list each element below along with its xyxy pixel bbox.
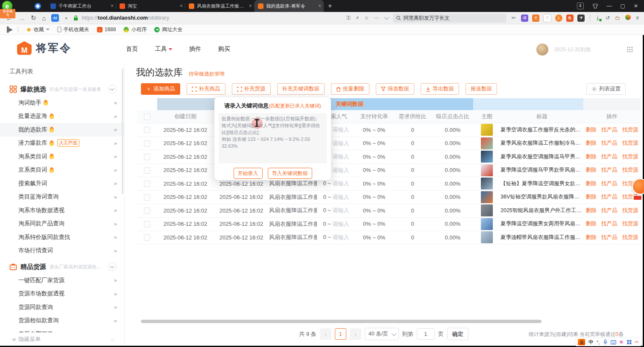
sidebar-item[interactable]: 货源同款查询 » — [0, 300, 124, 314]
bookmark-favorites[interactable]: 收藏 — [26, 26, 50, 33]
product-title[interactable]: 【短袖】夏季降温空调服男女款带风扇... — [501, 180, 583, 187]
find-supply-link[interactable]: 找货源 — [622, 127, 638, 133]
find-product-link[interactable]: 找产品 — [601, 234, 618, 240]
delete-link[interactable]: 删除 — [585, 194, 596, 200]
sidebar-item[interactable]: 淘系特价版同款查找 » — [0, 230, 124, 244]
row-checkbox[interactable] — [144, 221, 150, 227]
bookmark-star-icon[interactable]: ☆ — [364, 15, 369, 21]
export-data-button[interactable]: 导出数据 — [421, 83, 459, 95]
download-icon[interactable]: ⭳ — [595, 15, 600, 21]
prev-page-button[interactable]: ‹ — [320, 328, 331, 340]
puzzle-extension-icon[interactable]: ⧩ — [577, 15, 585, 22]
sogou-input-logo[interactable]: S — [578, 339, 585, 345]
input-punctuation[interactable]: °, — [597, 340, 600, 345]
avatar[interactable] — [536, 44, 548, 55]
input-mode-chinese[interactable]: 中 — [588, 339, 593, 345]
browser-tab[interactable]: 风扇衣服降温工作服_淘宝搜索 × — [185, 0, 255, 12]
supplement-keyword-data-button[interactable]: 补充关键词数据 — [277, 83, 325, 95]
sidebar-item[interactable]: 类目蓝海词查询 » — [0, 190, 124, 204]
row-checkbox[interactable] — [144, 127, 150, 133]
supplement-product-button[interactable]: 补充商品 — [187, 83, 225, 95]
confirm-button[interactable]: 确定 — [447, 328, 468, 340]
find-product-link[interactable]: 找产品 — [601, 140, 618, 146]
sidebar-footer[interactable]: ∙≡ 隐藏菜单 ⌂ — [0, 332, 124, 346]
row-checkbox[interactable] — [144, 234, 150, 241]
row-checkbox[interactable] — [144, 194, 150, 201]
find-product-link[interactable]: 找产品 — [601, 167, 618, 173]
delete-link[interactable]: 删除 — [585, 127, 596, 133]
import-keyword-data-button[interactable]: 导入关键词数据 — [268, 168, 312, 179]
browser-tab[interactable]: 淘宝 × — [116, 0, 185, 12]
sidebar-item[interactable]: 潜力爆款库 人工严选 » — [0, 137, 124, 150]
row-checkbox[interactable] — [144, 140, 150, 147]
more-icon[interactable]: ⋯ — [374, 15, 379, 21]
find-product-link[interactable]: 找产品 — [601, 127, 618, 133]
delete-link[interactable]: 删除 — [585, 207, 596, 213]
nav-home[interactable]: 首页 — [126, 45, 138, 53]
chevron-down-icon[interactable] — [384, 15, 389, 20]
sidebar-item[interactable]: 我的选款库 » — [0, 123, 124, 137]
sidebar-scrollbar[interactable] — [122, 68, 123, 194]
start-entry-button[interactable]: 开始录入 — [234, 168, 263, 179]
nav-plugins[interactable]: 插件 — [189, 45, 201, 53]
row-checkbox[interactable] — [144, 181, 150, 187]
product-title[interactable]: 夏季降温空调服马甲男款带风扇的衣服... — [501, 166, 583, 174]
page-size-select[interactable]: 40 条/页 — [365, 328, 399, 340]
extension-icon-3[interactable]: □ — [543, 14, 551, 22]
delete-link[interactable]: 删除 — [585, 221, 596, 227]
tab-close-icon[interactable]: × — [111, 3, 114, 9]
product-thumbnail[interactable] — [481, 124, 493, 136]
history-undo-icon[interactable]: ↺ — [606, 15, 610, 21]
sidebar-item[interactable]: 批量选蓝海 » — [0, 110, 124, 123]
refresh-icon[interactable]: ↻ — [31, 14, 36, 22]
find-supply-link[interactable]: 找货源 — [622, 221, 638, 227]
product-title[interactable]: 夏季降温空调服男女两用带风扇的衣服... — [501, 220, 583, 227]
product-thumbnail[interactable] — [481, 231, 493, 243]
find-supply-link[interactable]: 找货源 — [622, 154, 638, 160]
delete-link[interactable]: 删除 — [585, 140, 596, 146]
bookmark-miniprogram[interactable]: 小程序 — [123, 26, 146, 33]
find-product-link[interactable]: 找产品 — [601, 154, 618, 160]
product-thumbnail[interactable] — [481, 178, 493, 190]
toolbox-bag-icon[interactable]: 🗀 — [615, 15, 620, 21]
skin-icon[interactable]: ❀ — [620, 339, 624, 345]
bookmark-1688[interactable]: ₂ 1688 — [97, 26, 116, 32]
find-supply-link[interactable]: 找货源 — [622, 167, 638, 173]
product-title[interactable]: 2025智能风扇衣服男户外工作工地制冷... — [501, 207, 583, 214]
product-thumbnail[interactable] — [481, 218, 493, 230]
list-settings-button[interactable]: 列表设置 — [586, 83, 626, 95]
browser-tab[interactable]: 千牛商家工作台 × — [47, 0, 116, 12]
row-checkbox[interactable] — [144, 154, 150, 160]
find-product-link[interactable]: 找产品 — [601, 207, 618, 213]
sidebar-item[interactable]: 淘系同款产品查询 » — [0, 217, 124, 231]
find-supply-link[interactable]: 找货源 — [622, 234, 638, 240]
url-text[interactable]: https://tool.dianlaoshi.com/xklibrary — [82, 15, 169, 21]
brand[interactable]: M 将军令 — [17, 41, 72, 55]
bookmark-phone-favorites[interactable]: 手机收藏夹 — [57, 26, 89, 33]
collapse-chevron-icon[interactable] — [108, 262, 117, 271]
menu-icon[interactable]: ≡ — [636, 15, 639, 21]
tab-close-icon[interactable]: × — [180, 3, 183, 9]
flash-icon[interactable]: ⚡ — [356, 15, 359, 21]
batch-delete-button[interactable]: 批量删除 — [331, 83, 369, 95]
sidebar-item[interactable]: 淘词助手 » — [0, 96, 124, 110]
nav-buy[interactable]: 购买 — [218, 45, 230, 53]
search-popularity-cell[interactable]: 0 ~ 请输入 — [317, 180, 355, 187]
maximize-button[interactable]: ▢ — [621, 3, 625, 9]
product-title[interactable]: 夏季空调衣服工作服带反光条的风扇衣... — [501, 126, 583, 134]
supplement-supply-button[interactable]: 补充货源 — [232, 83, 271, 95]
browser-tab[interactable]: 我的选款库-将军令 × — [255, 0, 324, 12]
delete-link[interactable]: 删除 — [585, 154, 596, 160]
extension-icon-2[interactable]: 犬 — [532, 15, 539, 22]
sidebar-item[interactable]: 市场行情查词 » — [0, 244, 124, 258]
ssl-lock-icon[interactable] — [73, 15, 78, 21]
tab-close-icon[interactable]: × — [249, 3, 252, 9]
collapse-chevron-icon[interactable] — [108, 85, 117, 93]
sidebar-item[interactable]: 淘系市场数据透视 » — [0, 204, 124, 217]
scissors-icon[interactable]: ✂ — [512, 15, 516, 21]
extension-icon-5[interactable]: 集 — [566, 15, 574, 22]
search-popularity-cell[interactable]: 0 ~ 请输入 — [317, 233, 355, 241]
goto-page-input[interactable] — [417, 328, 435, 340]
forward-icon[interactable]: → — [18, 15, 25, 22]
find-supply-link[interactable]: 找货源 — [622, 140, 638, 146]
